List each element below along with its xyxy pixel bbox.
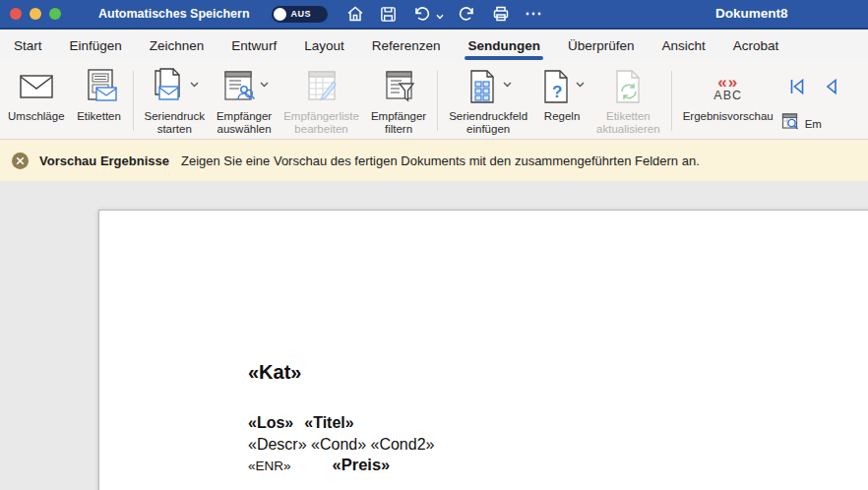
umschlaege-label: Umschläge xyxy=(8,110,65,123)
etiketten-button[interactable]: Etiketten xyxy=(71,63,128,139)
undo-icon[interactable] xyxy=(411,4,431,24)
regeln-label: Regeln xyxy=(544,110,580,123)
edit-recipient-list-icon xyxy=(303,68,341,109)
labels-icon xyxy=(81,68,118,109)
umschlaege-button[interactable]: Umschläge xyxy=(2,63,71,139)
merge-field-kat: «Kat» xyxy=(248,361,301,384)
first-record-icon[interactable] xyxy=(787,77,807,100)
regeln-button[interactable]: ? Regeln xyxy=(533,63,590,139)
maximize-window-button[interactable] xyxy=(49,8,61,20)
save-icon[interactable] xyxy=(379,5,398,24)
ergebnisvorschau-button[interactable]: «» ABC Ergebnisvorschau xyxy=(677,63,779,139)
filter-recipients-icon xyxy=(380,68,417,109)
tab-zeichnen[interactable]: Zeichnen xyxy=(136,30,218,61)
envelope-icon xyxy=(17,72,56,105)
ribbon-tab-bar: Start Einfügen Zeichnen Entwurf Layout R… xyxy=(0,30,868,61)
ergebnisvorschau-label: Ergebnisvorschau xyxy=(683,110,774,123)
document-page[interactable]: «Kat» «Los»«Titel» «Descr» «Cond» «Cond2… xyxy=(98,210,868,490)
ribbon-group-start-merge: Seriendruck starten xyxy=(139,63,433,139)
merge-field-enr: «ENR» xyxy=(248,459,291,473)
ribbon-separator xyxy=(671,71,672,131)
ribbon-group-fields: Seriendruckfeld einfügen ? xyxy=(443,63,665,139)
ribbon-group-preview: «» ABC Ergebnisvorschau xyxy=(677,63,838,139)
autosave-toggle[interactable]: AUS xyxy=(272,6,328,23)
document-canvas: «Kat» «Los»«Titel» «Descr» «Cond» «Cond2… xyxy=(0,181,868,490)
empfaenger-suchen-button[interactable]: Em xyxy=(781,112,838,135)
svg-text:?: ? xyxy=(552,83,562,101)
etiketten-aktualisieren-label: Etiketten aktualisieren xyxy=(596,110,660,136)
tab-start[interactable]: Start xyxy=(0,30,56,61)
seriendruck-starten-button[interactable]: Seriendruck starten xyxy=(139,63,211,139)
start-mail-merge-icon xyxy=(150,67,187,110)
etiketten-aktualisieren-button: Etiketten aktualisieren xyxy=(590,63,666,139)
tab-entwurf[interactable]: Entwurf xyxy=(217,30,290,61)
preview-results-icon: «» ABC xyxy=(713,75,742,102)
empfaenger-auswaehlen-label: Empfänger auswählen xyxy=(217,110,272,136)
rules-icon: ? xyxy=(539,68,573,109)
autosave-label: Automatisches Speichern xyxy=(98,7,250,21)
undo-dropdown-chevron-icon[interactable] xyxy=(436,14,444,20)
ribbon-separator xyxy=(437,71,438,131)
titlebar: Automatisches Speichern AUS xyxy=(0,0,868,30)
etiketten-label: Etiketten xyxy=(77,110,121,123)
chevron-down-icon xyxy=(576,74,585,92)
chevron-down-icon xyxy=(190,74,199,92)
empfaenger-suchen-label: Em xyxy=(805,118,822,130)
merge-field-preis: «Preis» xyxy=(333,456,391,473)
ribbon-group-create: Umschläge Etiketten xyxy=(2,63,128,139)
preview-results-notice-bar: Vorschau Ergebnisse Zeigen Sie eine Vors… xyxy=(0,140,868,181)
tab-einfuegen[interactable]: Einfügen xyxy=(56,30,136,61)
record-navigation: Em xyxy=(781,63,838,139)
notice-title: Vorschau Ergebnisse xyxy=(39,153,169,168)
tab-ansicht[interactable]: Ansicht xyxy=(649,30,719,61)
document-title: Dokument8 xyxy=(715,6,788,21)
tab-sendungen[interactable]: Sendungen xyxy=(454,30,554,61)
empfaenger-filtern-label: Empfänger filtern xyxy=(371,110,426,136)
seriendruckfeld-einfuegen-button[interactable]: Seriendruckfeld einfügen xyxy=(443,63,533,139)
merge-field-block: «Los»«Titel» «Descr» «Cond» «Cond2» «ENR… xyxy=(248,412,434,477)
select-recipients-icon xyxy=(219,68,257,109)
merge-field-titel: «Titel» xyxy=(304,414,353,431)
update-labels-icon xyxy=(611,68,645,109)
more-options-icon[interactable] xyxy=(525,5,542,23)
tab-layout[interactable]: Layout xyxy=(290,30,358,61)
ribbon: Umschläge Etiketten xyxy=(0,61,868,140)
autosave-state-label: AUS xyxy=(291,9,312,19)
autosave-toggle-knob xyxy=(274,8,286,21)
merge-field-descr-cond: «Descr» «Cond» «Cond2» xyxy=(248,434,434,456)
redo-icon[interactable] xyxy=(458,4,477,24)
empfaengerliste-bearbeiten-button: Empfängerliste bearbeiten xyxy=(278,63,365,139)
notice-message: Zeigen Sie eine Vorschau des fertigen Do… xyxy=(181,153,700,168)
insert-merge-field-icon xyxy=(465,68,500,109)
dismiss-notice-icon[interactable] xyxy=(12,153,29,169)
ribbon-separator xyxy=(133,71,134,131)
traffic-lights xyxy=(10,8,61,20)
previous-record-icon[interactable] xyxy=(819,77,838,100)
tab-acrobat[interactable]: Acrobat xyxy=(719,30,793,61)
tab-referenzen[interactable]: Referenzen xyxy=(358,30,455,61)
chevron-down-icon xyxy=(503,74,512,92)
close-window-button[interactable] xyxy=(10,8,22,20)
home-icon[interactable] xyxy=(345,4,365,24)
empfaengerliste-bearbeiten-label: Empfängerliste bearbeiten xyxy=(283,110,359,136)
seriendruck-starten-label: Seriendruck starten xyxy=(145,110,205,136)
merge-field-los: «Los» xyxy=(248,414,293,431)
empfaenger-filtern-button[interactable]: Empfänger filtern xyxy=(365,63,432,139)
chevron-down-icon xyxy=(260,74,269,92)
tab-ueberpruefen[interactable]: Überprüfen xyxy=(554,30,649,61)
empfaenger-auswaehlen-button[interactable]: Empfänger auswählen xyxy=(211,63,278,139)
find-recipient-icon xyxy=(781,112,800,135)
seriendruckfeld-einfuegen-label: Seriendruckfeld einfügen xyxy=(449,110,527,136)
print-icon[interactable] xyxy=(491,4,511,24)
minimize-window-button[interactable] xyxy=(30,8,41,20)
